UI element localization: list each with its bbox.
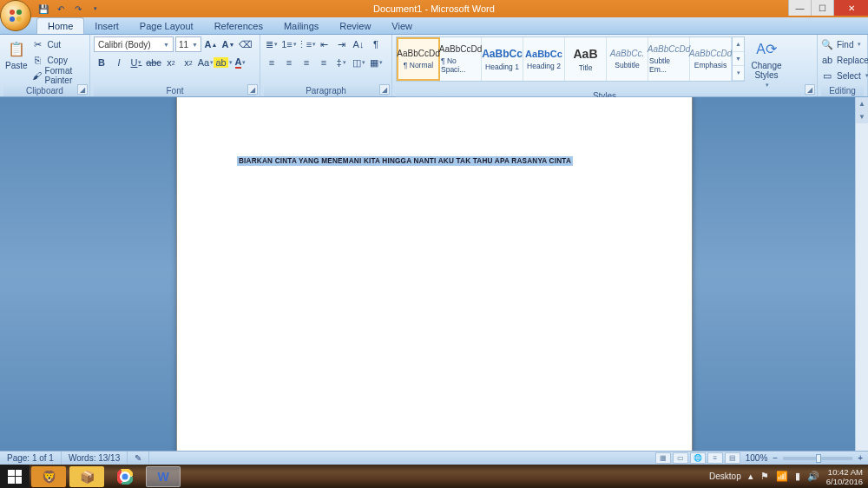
borders-button[interactable]: ▦▾: [368, 55, 384, 70]
style-emphasis[interactable]: AaBbCcDdEmphasis: [690, 37, 732, 81]
line-spacing-button[interactable]: ‡▾: [333, 55, 349, 70]
tab-mailings[interactable]: Mailings: [273, 18, 329, 34]
flag-icon[interactable]: ⚑: [760, 471, 769, 482]
network-icon[interactable]: 📶: [776, 471, 788, 482]
align-right-button[interactable]: ≡: [299, 55, 314, 70]
undo-icon[interactable]: ↶: [54, 2, 68, 16]
align-left-button[interactable]: ≡: [264, 55, 279, 70]
selected-text[interactable]: BIARKAN CINTA YANG MENEMANI KITA HINGGA …: [237, 156, 573, 166]
bullets-button[interactable]: ≣▾: [264, 36, 279, 52]
view-print-layout[interactable]: ▦: [655, 452, 671, 464]
cut-button[interactable]: ✂Cut: [32, 36, 86, 52]
shrink-font-button[interactable]: A▼: [220, 36, 236, 52]
view-outline[interactable]: ≡: [707, 452, 723, 464]
taskbar-word[interactable]: W: [146, 466, 181, 487]
maximize-button[interactable]: ☐: [811, 0, 833, 16]
scroll-down-icon[interactable]: ▼: [856, 110, 868, 123]
find-icon: 🔍: [821, 38, 833, 50]
replace-button[interactable]: abReplace: [821, 52, 868, 68]
superscript-button[interactable]: x2: [181, 55, 196, 70]
zoom-thumb[interactable]: [816, 454, 821, 463]
replace-icon: ab: [821, 54, 833, 66]
style-heading-2[interactable]: AaBbCcHeading 2: [523, 37, 565, 81]
clipboard-dialog-launcher[interactable]: ◢: [77, 84, 88, 95]
ribbon-tabs: Home Insert Page Layout References Maili…: [0, 17, 868, 35]
close-button[interactable]: ✕: [833, 0, 868, 16]
numbering-button[interactable]: 1≡▾: [281, 36, 297, 52]
status-words[interactable]: Words: 13/13: [62, 452, 128, 465]
style-subtle-emphasis[interactable]: AaBbCcDdSubtle Em...: [648, 37, 690, 81]
tab-home[interactable]: Home: [36, 17, 84, 34]
zoom-slider[interactable]: [783, 457, 852, 460]
subscript-button[interactable]: x2: [163, 55, 179, 70]
paste-button[interactable]: 📋 Paste: [3, 36, 30, 72]
font-dialog-launcher[interactable]: ◢: [247, 84, 258, 95]
save-icon[interactable]: 💾: [36, 2, 50, 16]
select-button[interactable]: ▭Select▾: [821, 68, 868, 83]
minimize-button[interactable]: —: [788, 0, 811, 16]
italic-button[interactable]: I: [111, 55, 127, 70]
increase-indent-button[interactable]: ⇥: [333, 36, 349, 52]
show-marks-button[interactable]: ¶: [368, 36, 384, 52]
view-full-screen[interactable]: ▭: [673, 452, 688, 464]
tab-insert[interactable]: Insert: [84, 18, 129, 34]
show-desktop-label[interactable]: Desktop: [709, 472, 741, 481]
taskbar-app-1[interactable]: 🦁: [31, 466, 66, 487]
font-size-combo[interactable]: 11▼: [175, 36, 201, 52]
align-center-button[interactable]: ≡: [281, 55, 297, 70]
zoom-in-button[interactable]: +: [858, 453, 863, 463]
zoom-level[interactable]: 100%: [746, 453, 768, 463]
strikethrough-button[interactable]: abc: [146, 55, 161, 70]
redo-icon[interactable]: ↷: [71, 2, 85, 16]
sort-button[interactable]: A↓: [351, 36, 366, 52]
status-language-icon[interactable]: ✎: [128, 452, 149, 465]
tab-review[interactable]: Review: [329, 18, 381, 34]
view-web-layout[interactable]: 🌐: [690, 452, 706, 464]
clear-formatting-button[interactable]: ⌫: [238, 36, 253, 52]
scroll-up-icon[interactable]: ▲: [856, 97, 868, 110]
bold-button[interactable]: B: [94, 55, 109, 70]
paragraph-dialog-launcher[interactable]: ◢: [379, 84, 390, 95]
battery-icon[interactable]: ▮: [795, 471, 800, 482]
tab-references[interactable]: References: [204, 18, 273, 34]
start-button[interactable]: [0, 465, 30, 488]
shading-button[interactable]: ◫▾: [351, 55, 366, 70]
highlight-button[interactable]: ab▾: [215, 55, 231, 70]
underline-button[interactable]: U▾: [128, 55, 144, 70]
gallery-row-up[interactable]: ▲: [733, 37, 744, 52]
tray-up-icon[interactable]: ▴: [748, 471, 753, 482]
justify-button[interactable]: ≡: [316, 55, 332, 70]
document-area[interactable]: BIARKAN CINTA YANG MENEMANI KITA HINGGA …: [0, 97, 868, 451]
font-name-combo[interactable]: Calibri (Body)▼: [94, 36, 174, 52]
find-button[interactable]: 🔍Find▾: [821, 36, 868, 52]
gallery-row-down[interactable]: ▼: [733, 52, 744, 67]
grow-font-button[interactable]: A▲: [203, 36, 219, 52]
style-title[interactable]: AaBTitle: [565, 37, 607, 81]
document-page[interactable]: BIARKAN CINTA YANG MENEMANI KITA HINGGA …: [176, 97, 693, 451]
change-case-button[interactable]: Aa▾: [198, 55, 214, 70]
taskbar-app-2[interactable]: 📦: [69, 466, 104, 487]
style-subtitle[interactable]: AaBbCc.Subtitle: [607, 37, 648, 81]
multilevel-button[interactable]: ⋮≡▾: [299, 36, 314, 52]
tray-clock[interactable]: 10:42 AM 6/10/2016: [826, 467, 863, 486]
tab-page-layout[interactable]: Page Layout: [129, 18, 204, 34]
view-draft[interactable]: ▤: [725, 452, 740, 464]
gallery-more[interactable]: ▾: [733, 66, 744, 81]
format-painter-button[interactable]: 🖌Format Painter: [32, 68, 86, 83]
decrease-indent-button[interactable]: ⇤: [316, 36, 332, 52]
zoom-out-button[interactable]: −: [773, 453, 778, 463]
titlebar: 💾 ↶ ↷ ▾ Document1 - Microsoft Word — ☐ ✕: [0, 0, 868, 17]
style-heading-1[interactable]: AaBbCcHeading 1: [482, 37, 523, 81]
style-no-spacing[interactable]: AaBbCcDd¶ No Spaci...: [440, 37, 482, 81]
change-styles-button[interactable]: A⟳ Change Styles ▾: [747, 36, 786, 90]
taskbar-chrome[interactable]: [108, 466, 142, 487]
styles-dialog-launcher[interactable]: ◢: [805, 84, 815, 95]
volume-icon[interactable]: 🔊: [807, 471, 819, 482]
style-normal[interactable]: AaBbCcDd¶ Normal: [397, 37, 440, 81]
font-color-button[interactable]: A▾: [233, 55, 248, 70]
status-page[interactable]: Page: 1 of 1: [0, 452, 62, 465]
tab-view[interactable]: View: [381, 18, 423, 34]
vertical-scrollbar[interactable]: ▲ ▼: [855, 97, 868, 451]
qat-customize-icon[interactable]: ▾: [89, 2, 102, 16]
office-button[interactable]: [0, 0, 31, 31]
